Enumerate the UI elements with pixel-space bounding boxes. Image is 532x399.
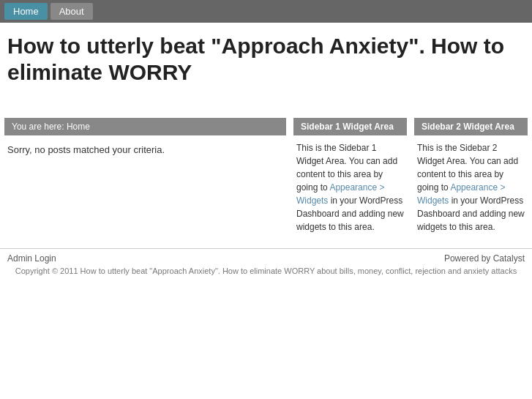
sidebar1-widget: Sidebar 1 Widget Area This is the Sideba… [293, 118, 407, 234]
sidebar1-title: Sidebar 1 Widget Area [293, 118, 407, 135]
content-area: You are here: Home Sorry, no posts match… [4, 118, 286, 157]
site-header: How to utterly beat "Approach Anxiety". … [0, 23, 532, 118]
powered-by: Powered by Catalyst [444, 253, 525, 264]
sidebar2-widget: Sidebar 2 Widget Area This is the Sideba… [414, 118, 528, 234]
footer: Admin Login Powered by Catalyst Copyrigh… [0, 248, 532, 280]
site-title: How to utterly beat "Approach Anxiety". … [7, 33, 525, 86]
sidebar1-content: This is the Sidebar 1 Widget Area. You c… [293, 141, 407, 234]
no-posts-message: Sorry, no posts matched your criteria. [4, 143, 286, 157]
breadcrumb: You are here: Home [4, 118, 286, 135]
admin-login-link[interactable]: Admin Login [7, 253, 56, 264]
sidebar2-title: Sidebar 2 Widget Area [414, 118, 528, 135]
main-layout: You are here: Home Sorry, no posts match… [0, 118, 532, 241]
footer-copyright: Copyright © 2011 How to utterly beat "Ap… [7, 266, 525, 275]
nav-about[interactable]: About [50, 3, 93, 20]
nav-home[interactable]: Home [4, 3, 48, 20]
nav-bar: Home About [0, 0, 532, 23]
sidebar2-content: This is the Sidebar 2 Widget Area. You c… [414, 141, 528, 234]
footer-top: Admin Login Powered by Catalyst [7, 253, 525, 264]
